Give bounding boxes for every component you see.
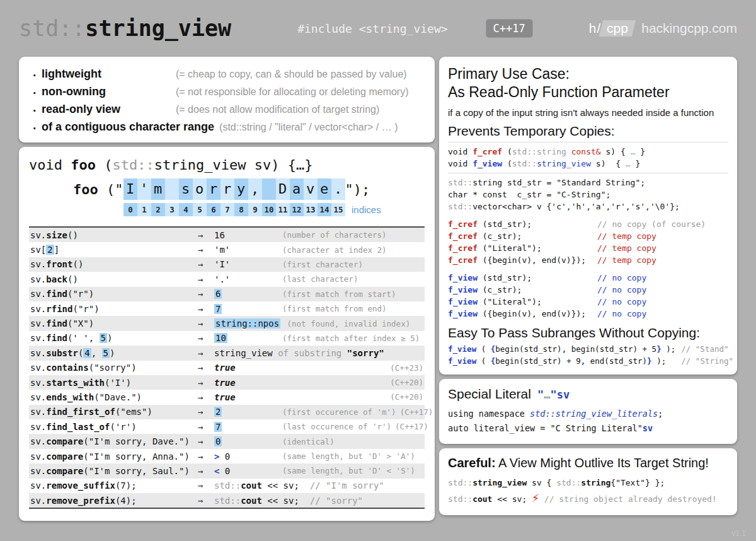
demo-card: void foo (std::string_view sv) {…} foo (… xyxy=(19,147,435,521)
method-expression: sv.find(' ', 5) xyxy=(30,333,198,343)
string-char: D xyxy=(276,178,290,200)
features-card: ▪lightweight(= cheap to copy, can & shou… xyxy=(19,57,435,143)
table-row: sv.find(' ', 5)→10(first match after ind… xyxy=(29,331,425,346)
arrow: ⇒ xyxy=(198,496,214,506)
result-value: 6 xyxy=(214,289,282,299)
cref-calls-block: f_cref (std_str);// no copy (of course)f… xyxy=(448,218,728,266)
sv-literal-syntax: "…"sv xyxy=(537,388,570,401)
arrow: → xyxy=(198,378,214,388)
table-row: sv.size()→16(number of characters) xyxy=(29,228,425,242)
string-char: a xyxy=(290,178,304,200)
feature-list: ▪lightweight(= cheap to copy, can & shou… xyxy=(28,65,426,136)
code-comment: // temp copy xyxy=(597,230,656,242)
result-value: string_view of substring "sorry" xyxy=(214,348,384,358)
code-line: std::cout << sv; ⚡ // string object alre… xyxy=(448,491,728,507)
index-cell: 15 xyxy=(331,203,345,216)
content-columns: ▪lightweight(= cheap to copy, can & shou… xyxy=(0,57,756,521)
code-line: f_view (c_str);// no copy xyxy=(448,284,728,296)
title-namespace: std:: xyxy=(19,16,85,41)
feature-note: (= not responsible for allocating or del… xyxy=(176,86,409,98)
result-value: std::cout << sv; // "I'm sorry" xyxy=(214,480,384,491)
function-call-line: foo ("I'm sorry, Dave."); xyxy=(73,178,425,200)
method-expression: sv.find_last_of('r') xyxy=(30,422,198,432)
string-char-cells: I'm sorry, Dave. xyxy=(123,178,345,200)
method-expression: sv.front() xyxy=(30,259,198,269)
arrow: → xyxy=(198,333,214,343)
result-value: true xyxy=(214,392,282,402)
divider xyxy=(448,142,728,143)
method-expression: sv.substr(4, 5) xyxy=(30,348,198,358)
method-expression: sv.rfind("r") xyxy=(30,304,198,314)
prototype-code-block: void f_cref (std::string const& s) { … }… xyxy=(448,146,728,170)
method-expression: sv[2] xyxy=(30,245,198,255)
index-cell: 14 xyxy=(318,203,331,216)
arrow: → xyxy=(198,274,214,284)
careful-card: Careful: A View Might Outlive Its Target… xyxy=(439,448,737,515)
method-expression: sv.compare("I'm sorry, Dave.") xyxy=(30,436,198,446)
method-expression: sv.find("X") xyxy=(30,318,198,329)
result-note: (not found, invalid index) xyxy=(282,319,420,329)
cpp-version-badge: C++17 xyxy=(486,19,533,38)
table-row: sv.remove_suffix(7);⇒std::cout << sv; //… xyxy=(29,479,425,493)
code-comment: // no copy xyxy=(597,308,646,320)
code-comment: // "String" xyxy=(681,355,733,367)
feature-note: (= cheap to copy, can & should be passed… xyxy=(176,69,407,80)
code-line: f_view ( {begin(std_str) + 9, end(std_st… xyxy=(448,355,728,367)
arrow: → xyxy=(198,230,214,240)
feature-term: read-only view xyxy=(42,103,176,116)
table-row: sv.starts_with('I')→true(C++20) xyxy=(29,375,425,390)
subranges-code-block: f_view ( {begin(std_str), begin(std_str)… xyxy=(448,343,728,367)
feature-item: ▪lightweight(= cheap to copy, can & shou… xyxy=(28,65,426,83)
feature-note: (std::string / "literal" / vector<char> … xyxy=(219,122,398,133)
result-note: (character at index 2) xyxy=(282,245,420,255)
feature-term: of a contiguous character range xyxy=(42,120,219,134)
result-value: 2 xyxy=(214,407,282,417)
bullet-marker: ▪ xyxy=(28,124,42,132)
arrow: → xyxy=(198,318,214,329)
table-row: sv.remove_prefix(4);⇒std::cout << sv; //… xyxy=(29,493,425,508)
index-cell: 11 xyxy=(276,203,290,216)
page-header: std::string_view #include <string_view> … xyxy=(0,0,756,57)
method-expression: sv.compare("I'm sorry, Anna.") xyxy=(30,451,198,462)
arrow: → xyxy=(198,436,214,446)
method-expression: sv.contains("sorry") xyxy=(30,363,198,373)
table-row: sv.compare("I'm sorry, Saul.")→< 0(same … xyxy=(29,463,425,478)
include-directive: #include <string_view> xyxy=(297,22,447,35)
careful-code-block: std::string_view sv { std::string{"Text"… xyxy=(448,475,728,507)
table-row: sv.find_last_of('r')→7(last occurence of… xyxy=(29,419,425,434)
bullet-marker: ▪ xyxy=(28,89,42,96)
call-prefix: foo (" xyxy=(73,182,123,197)
variables-code-block: std::string std_str = "Standard String";… xyxy=(448,177,728,212)
method-expression: sv.compare("I'm sorry, Saul.") xyxy=(30,466,198,476)
table-row: sv.find_first_of("ems")→2(first occurenc… xyxy=(29,405,425,419)
result-note: (same length, but 'D' < 'S') xyxy=(282,466,420,475)
feature-item: ▪non-owning(= not responsible for alloca… xyxy=(28,83,426,100)
code-comment: // no copy xyxy=(597,296,646,308)
feature-item: ▪read-only view(= does not allow modific… xyxy=(28,100,426,118)
indices-row: 0123456789101112131415 indices xyxy=(123,203,425,216)
cpp-version-note: (C++17) xyxy=(400,407,433,417)
site-link[interactable]: hackingcpp.com xyxy=(641,21,737,36)
method-expression: sv.starts_with('I') xyxy=(30,378,198,388)
result-note: (number of characters) xyxy=(282,230,420,240)
method-expression: sv.remove_prefix(4); xyxy=(30,496,198,506)
arrow: → xyxy=(198,304,214,314)
subranges-heading: Easy To Pass Subranges Without Copying: xyxy=(448,325,728,340)
result-note: (first match from start) xyxy=(282,289,420,299)
arrow: → xyxy=(198,245,214,255)
result-note: (first occurence of 'm') xyxy=(282,407,396,417)
special-literal-title: Special Literal "…"sv xyxy=(448,387,728,402)
arrow: → xyxy=(198,289,214,299)
arrow: → xyxy=(198,348,214,358)
result-value: std::cout << sv; // "sorry" xyxy=(214,496,363,506)
result-note: (same length, but 'D' > 'A') xyxy=(282,451,420,461)
string-char xyxy=(262,178,276,200)
feature-item: ▪of a contiguous character range(std::st… xyxy=(28,118,426,136)
call-suffix: "); xyxy=(345,182,370,197)
index-cell: 6 xyxy=(207,203,220,216)
site-logo[interactable]: h / cpp hackingcpp.com xyxy=(589,20,737,37)
code-line: auto literal_view = "C String Literal"sv xyxy=(448,421,728,436)
index-cell: 3 xyxy=(165,203,179,216)
code-line: using namespace std::string_view_literal… xyxy=(448,407,728,421)
view-calls-block: f_view (std_str);// no copyf_view (c_str… xyxy=(448,272,728,320)
